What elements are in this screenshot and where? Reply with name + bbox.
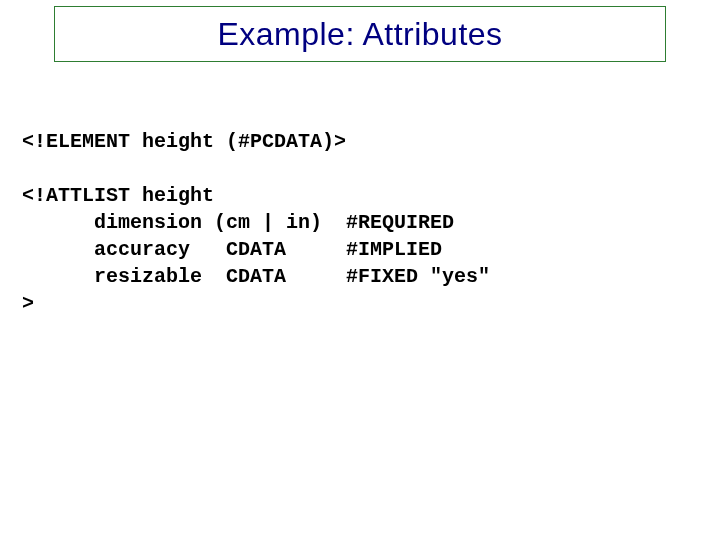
slide: Example: Attributes <!ELEMENT height (#P… <box>0 0 720 540</box>
code-line: dimension (cm | in) #REQUIRED <box>22 211 454 234</box>
code-line: <!ATTLIST height <box>22 184 214 207</box>
code-line: resizable CDATA #FIXED "yes" <box>22 265 490 288</box>
title-container: Example: Attributes <box>54 6 666 62</box>
code-line: <!ELEMENT height (#PCDATA)> <box>22 130 346 153</box>
slide-title: Example: Attributes <box>217 16 502 53</box>
code-line: > <box>22 292 34 315</box>
code-line: accuracy CDATA #IMPLIED <box>22 238 442 261</box>
code-block: <!ELEMENT height (#PCDATA)> <!ATTLIST he… <box>22 128 490 317</box>
